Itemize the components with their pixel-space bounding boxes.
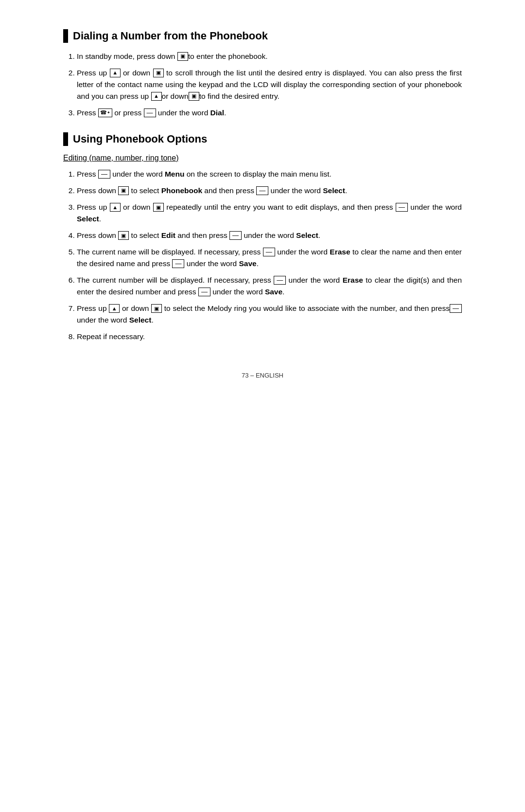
page: Dialing a Number from the Phonebook In s… (53, 0, 472, 408)
section-heading-dialing: Dialing a Number from the Phonebook (73, 30, 268, 42)
footer-text: 73 – ENGLISH (242, 372, 283, 379)
options-item-2-text: Press down ▣ to select Phonebook and the… (77, 186, 347, 195)
section-title-dialing: Dialing a Number from the Phonebook (63, 29, 462, 43)
options-list: Press — under the word Menu on the scree… (63, 168, 462, 343)
options-item-4-text: Press down ▣ to select Edit and then pre… (77, 231, 320, 239)
dash-btn-o2: — (256, 186, 268, 195)
subsection-editing: Editing (name, number, ring tone) (63, 154, 462, 162)
down-btn-o2: ▣ (118, 186, 129, 195)
phone-btn-3: ☎✦ (98, 108, 112, 117)
dash-btn-o5b: — (172, 259, 184, 268)
title-bar-icon (63, 29, 68, 43)
section-dialing: Dialing a Number from the Phonebook In s… (63, 29, 462, 119)
section-title-options: Using Phonebook Options (63, 132, 462, 146)
down-btn-1: ▣ (177, 52, 188, 61)
dialing-item-3: Press ☎✦ or press — under the word Dial. (77, 107, 462, 119)
dash-btn-o4: — (229, 231, 242, 240)
options-item-1-text: Press — under the word Menu on the scree… (77, 170, 332, 178)
page-footer: 73 – ENGLISH (63, 372, 462, 379)
down-btn-o7: ▣ (151, 304, 162, 313)
options-item-5: The current name will be displayed. If n… (77, 246, 462, 270)
dialing-item-2: Press up ▲ or down ▣ to scroll through t… (77, 67, 462, 102)
dialing-item-3-text: Press ☎✦ or press — under the word Dial. (77, 108, 226, 117)
options-item-3-text: Press up ▲ or down ▣ repeatedly until th… (77, 203, 462, 223)
down-btn-o3: ▣ (153, 203, 164, 212)
dash-btn-o6b: — (198, 288, 210, 296)
options-item-2: Press down ▣ to select Phonebook and the… (77, 185, 462, 197)
options-item-4: Press down ▣ to select Edit and then pre… (77, 230, 462, 241)
section-options: Using Phonebook Options Editing (name, n… (63, 132, 462, 343)
options-item-7: Press up ▲ or down ▣ to select the Melod… (77, 303, 462, 326)
options-item-1: Press — under the word Menu on the scree… (77, 168, 462, 180)
down-btn-2a: ▣ (153, 69, 164, 77)
section-heading-options: Using Phonebook Options (73, 133, 207, 145)
options-item-6: The current number will be displayed. If… (77, 274, 462, 298)
options-item-6-text: The current number will be displayed. If… (77, 276, 462, 296)
dash-btn-o7: — (450, 304, 462, 313)
options-item-7-text: Press up ▲ or down ▣ to select the Melod… (77, 304, 462, 324)
down-btn-o4: ▣ (118, 231, 129, 240)
options-item-5-text: The current name will be displayed. If n… (77, 248, 462, 268)
up-btn-o3: ▲ (110, 203, 121, 212)
options-item-8: Repeat if necessary. (77, 331, 462, 343)
title-bar-icon-2 (63, 132, 68, 146)
dialing-item-2-text: Press up ▲ or down ▣ to scroll through t… (77, 69, 462, 100)
dash-btn-3: — (144, 108, 156, 117)
dash-btn-o3: — (396, 203, 408, 212)
dialing-item-1: In standby mode, press down ▣to enter th… (77, 51, 462, 62)
dash-btn-o6a: — (274, 276, 286, 285)
options-item-8-text: Repeat if necessary. (77, 332, 145, 341)
up-btn-o7: ▲ (109, 304, 120, 313)
up-btn-2b: ▲ (151, 92, 162, 101)
dialing-item-1-text: In standby mode, press down ▣to enter th… (77, 52, 268, 60)
dash-btn-o1: — (98, 170, 110, 179)
dash-btn-o5a: — (263, 248, 275, 256)
up-btn-2a: ▲ (110, 69, 121, 77)
down-btn-2b: ▣ (189, 92, 199, 101)
options-item-3: Press up ▲ or down ▣ repeatedly until th… (77, 201, 462, 225)
dialing-list: In standby mode, press down ▣to enter th… (63, 51, 462, 119)
